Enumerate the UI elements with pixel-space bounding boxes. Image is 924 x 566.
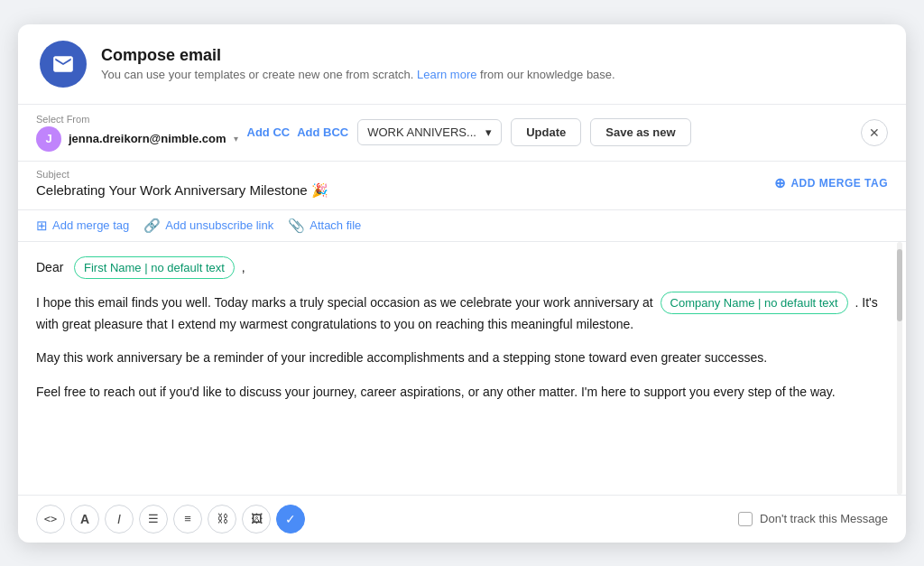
edit-toolbar: ⊞ Add merge tag 🔗 Add unsubscribe link 📎… [18, 210, 906, 242]
modal-header: Compose email You can use your templates… [18, 24, 906, 105]
subject-field: Subject Celebrating Your Work Anniversar… [36, 169, 774, 199]
body-paragraph-1: I hope this email finds you well. Today … [36, 292, 888, 336]
learn-more-link[interactable]: Learn more [417, 68, 476, 81]
first-name-merge-tag[interactable]: First Name | no default text [74, 256, 235, 279]
merge-tag-icon: ⊞ [36, 218, 48, 234]
modal-title: Compose email [101, 46, 615, 65]
add-bcc-button[interactable]: Add BCC [297, 125, 348, 139]
compose-icon [40, 41, 87, 88]
bottom-toolbar: <> A I ☰ ≡ ⛓ 🖼 ✓ Don't track this Messag… [18, 495, 906, 543]
plus-circle-icon: ⊕ [774, 175, 787, 191]
header-text: Compose email You can use your templates… [101, 46, 615, 81]
template-dropdown-arrow-icon: ▾ [485, 125, 492, 139]
cc-bcc-links: Add CC Add BCC [247, 125, 349, 139]
avatar: J [36, 126, 61, 152]
dont-track-checkbox[interactable] [738, 512, 753, 526]
scrollbar-thumb[interactable] [897, 249, 902, 321]
code-button[interactable]: <> [36, 505, 65, 534]
toolbar-row: Select From J jenna.dreikorn@nimble.com … [18, 105, 906, 162]
dont-track-container: Don't track this Message [738, 512, 888, 526]
dropdown-arrow-icon[interactable]: ▾ [234, 134, 238, 144]
add-merge-tag-subject-button[interactable]: ⊕ ADD MERGE TAG [774, 175, 888, 191]
italic-button[interactable]: I [105, 505, 134, 534]
update-button[interactable]: Update [511, 118, 581, 146]
link-icon: 🔗 [143, 218, 161, 234]
add-merge-tag-body-button[interactable]: ⊞ Add merge tag [36, 218, 129, 234]
body-paragraph-2: May this work anniversary be a reminder … [36, 348, 888, 368]
font-button[interactable]: A [70, 505, 99, 534]
email-body[interactable]: Dear First Name | no default text , I ho… [18, 242, 906, 495]
select-from-group: Select From J jenna.dreikorn@nimble.com … [36, 114, 238, 152]
close-button[interactable]: ✕ [861, 119, 888, 146]
link-body-button[interactable]: ⛓ [208, 505, 236, 534]
image-button[interactable]: 🖼 [242, 505, 271, 534]
from-email: jenna.dreikorn@nimble.com [69, 132, 226, 145]
attach-file-button[interactable]: 📎 Attach file [288, 218, 361, 234]
align-button[interactable]: ☰ [139, 505, 168, 534]
subject-label: Subject [36, 169, 774, 180]
modal-subtitle: You can use your templates or create new… [101, 68, 615, 81]
check-button[interactable]: ✓ [276, 505, 305, 534]
body-paragraph-3: Feel free to reach out if you'd like to … [36, 382, 888, 403]
dont-track-label: Don't track this Message [760, 512, 888, 525]
scrollbar-track [897, 242, 902, 495]
template-name: WORK ANNIVERS... [367, 125, 480, 139]
select-from-value: J jenna.dreikorn@nimble.com ▾ [36, 126, 238, 152]
template-select-dropdown[interactable]: WORK ANNIVERS... ▾ [357, 119, 502, 145]
add-cc-button[interactable]: Add CC [247, 125, 291, 139]
paperclip-icon: 📎 [288, 218, 305, 234]
add-unsubscribe-link-button[interactable]: 🔗 Add unsubscribe link [143, 218, 273, 234]
list-button[interactable]: ≡ [173, 505, 202, 534]
subject-row: Subject Celebrating Your Work Anniversar… [18, 162, 906, 210]
compose-email-modal: Compose email You can use your templates… [18, 24, 906, 543]
select-from-label: Select From [36, 114, 238, 125]
greeting-paragraph: Dear First Name | no default text , [36, 256, 888, 279]
subject-value[interactable]: Celebrating Your Work Anniversary Milest… [36, 182, 774, 199]
company-name-merge-tag[interactable]: Company Name | no default text [661, 292, 848, 314]
save-as-new-button[interactable]: Save as new [590, 118, 690, 146]
